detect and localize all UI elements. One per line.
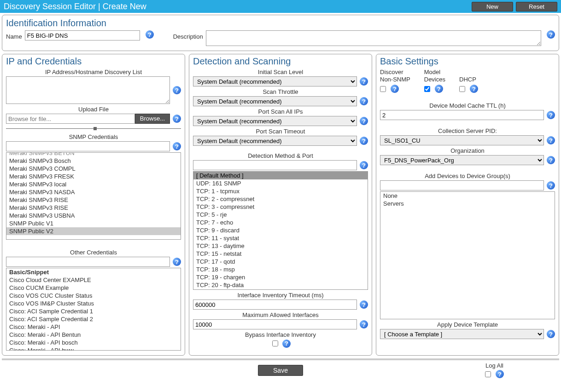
description-input[interactable] — [206, 30, 541, 46]
detection-method-filter[interactable] — [193, 160, 357, 170]
other-credentials-list[interactable]: Basic/SnippetCisco Cloud Center EXAMPLEC… — [6, 268, 181, 351]
help-icon[interactable]: ? — [360, 300, 368, 309]
list-item[interactable]: TCP: 15 - netstat — [193, 250, 368, 258]
bypass-label: Bypass Interface Inventory — [193, 331, 368, 338]
list-item[interactable]: Cisco Cloud Center EXAMPLE — [6, 276, 181, 284]
list-item[interactable]: Cisco: Meraki - API bww — [6, 346, 181, 351]
scan-throttle-select[interactable]: System Default (recommended) — [193, 96, 357, 106]
help-icon[interactable]: ? — [496, 370, 504, 378]
list-item[interactable]: None — [380, 192, 555, 200]
other-filter-input[interactable] — [6, 257, 170, 267]
reset-button[interactable]: Reset — [516, 2, 557, 12]
discover-nonsnmp-checkbox[interactable] — [380, 86, 386, 92]
help-icon[interactable]: ? — [360, 320, 368, 329]
list-item[interactable]: TCP: 17 - qotd — [193, 258, 368, 265]
ip-list-input[interactable] — [6, 76, 170, 104]
help-icon[interactable]: ? — [435, 85, 443, 93]
snmp-filter-input[interactable] — [6, 141, 170, 151]
port-scan-all-label: Port Scan All IPs — [193, 108, 368, 115]
browse-button[interactable]: Browse... — [135, 114, 170, 124]
file-path-input[interactable] — [6, 114, 135, 124]
list-item[interactable]: Meraki SNMPv3 RISE — [6, 196, 181, 204]
list-item[interactable]: Meraki SNMPv3 Bosch — [6, 157, 181, 165]
dhcp-checkbox[interactable] — [459, 86, 465, 92]
snmp-credentials-list[interactable]: Meraki SNMPv3 BETUNMeraki SNMPv3 BoschMe… — [6, 152, 181, 240]
help-icon[interactable]: ? — [173, 115, 181, 123]
list-item[interactable]: SNMP Public V1 — [6, 219, 181, 227]
list-item[interactable]: Cisco: ACI Sample Credential 1 — [6, 307, 181, 315]
identification-panel: Identification Information Name ? Descri… — [2, 15, 559, 51]
help-icon[interactable]: ? — [547, 330, 555, 338]
help-icon[interactable]: ? — [547, 136, 555, 144]
device-groups-label: Add Devices to Device Group(s) — [380, 173, 555, 179]
list-item[interactable]: Cisco CUCM Example — [6, 284, 181, 292]
help-icon[interactable]: ? — [470, 85, 478, 93]
list-item[interactable]: Meraki SNMPv3 RISE — [6, 204, 181, 212]
bypass-checkbox[interactable] — [272, 340, 278, 346]
port-scan-all-select[interactable]: System Default (recommended) — [193, 116, 357, 126]
list-item[interactable]: UDP: 161 SNMP — [193, 179, 368, 187]
list-item[interactable]: TCP: 3 - compressnet — [193, 203, 368, 211]
list-item[interactable]: TCP: 13 - daytime — [193, 242, 368, 250]
list-item[interactable]: TCP: 18 - msp — [193, 265, 368, 273]
list-item[interactable]: Meraki SNMPv3 BETUN — [6, 152, 181, 157]
help-icon[interactable]: ? — [547, 181, 555, 190]
list-item[interactable]: Meraki SNMPv3 USBNA — [6, 212, 181, 219]
device-template-label: Apply Device Template — [380, 321, 555, 328]
new-button[interactable]: New — [472, 2, 513, 12]
iface-timeout-input[interactable] — [193, 300, 357, 310]
list-item[interactable]: Meraki SNMPv3 local — [6, 180, 181, 188]
help-icon[interactable]: ? — [360, 117, 368, 125]
device-groups-filter[interactable] — [380, 180, 544, 190]
list-item[interactable]: [ Default Method ] — [193, 172, 368, 179]
list-item[interactable]: Cisco: Meraki - API Bentun — [6, 331, 181, 339]
help-icon[interactable]: ? — [360, 161, 368, 169]
list-item[interactable]: TCP: 11 - systat — [193, 234, 368, 242]
list-item[interactable]: Meraki SNMPv3 COMPL — [6, 165, 181, 173]
help-icon[interactable]: ? — [360, 77, 368, 86]
list-item[interactable]: SNMP Public V2 — [6, 227, 181, 235]
list-item[interactable]: Servers — [380, 200, 555, 208]
list-item[interactable]: TCP: 19 - chargen — [193, 273, 368, 281]
log-all-checkbox[interactable] — [485, 371, 491, 377]
collection-pid-select[interactable]: SL_ISO1_CU — [380, 135, 544, 145]
list-item[interactable]: TCP: 9 - discard — [193, 226, 368, 234]
list-item[interactable]: TCP: 2 - compressnet — [193, 195, 368, 203]
help-icon[interactable]: ? — [173, 86, 181, 94]
port-scan-timeout-select[interactable]: System Default (recommended) — [193, 136, 357, 146]
list-item[interactable]: TCP: 7 - echo — [193, 219, 368, 226]
save-button[interactable]: Save — [258, 365, 303, 376]
scan-level-select[interactable]: System Default (recommended) — [193, 76, 357, 86]
max-iface-input[interactable] — [193, 319, 357, 329]
identification-heading: Identification Information — [6, 18, 555, 29]
list-item[interactable]: TCP: 1 - tcpmux — [193, 187, 368, 195]
help-icon[interactable]: ? — [173, 142, 181, 150]
log-all-label: Log All — [485, 362, 504, 369]
list-item[interactable]: Meraki SNMPv3 FRESK — [6, 173, 181, 180]
help-icon[interactable]: ? — [173, 258, 181, 266]
list-item[interactable]: Cisco: Meraki - API — [6, 323, 181, 331]
device-groups-list[interactable]: NoneServers — [380, 191, 555, 319]
organization-select[interactable]: F5_DNS_PowerPack_Org — [380, 155, 544, 165]
help-icon[interactable]: ? — [282, 340, 291, 348]
list-item[interactable]: Cisco VOS CUC Cluster Status — [6, 292, 181, 300]
help-icon[interactable]: ? — [547, 156, 555, 164]
help-icon[interactable]: ? — [360, 97, 368, 105]
help-icon[interactable]: ? — [547, 30, 555, 39]
help-icon[interactable]: ? — [547, 111, 555, 119]
list-item[interactable]: Cisco: ACI Sample Credential 2 — [6, 315, 181, 323]
list-item[interactable]: TCP: 20 - ftp-data — [193, 281, 368, 289]
help-icon[interactable]: ? — [146, 30, 154, 39]
list-item[interactable]: TCP: 5 - rje — [193, 211, 368, 219]
cache-ttl-input[interactable] — [380, 110, 544, 120]
name-input[interactable] — [25, 30, 140, 40]
organization-label: Organization — [380, 147, 555, 154]
device-template-select[interactable]: [ Choose a Template ] — [380, 329, 544, 339]
help-icon[interactable]: ? — [360, 137, 368, 145]
list-item[interactable]: Cisco: Meraki - API bosch — [6, 339, 181, 346]
detection-method-list[interactable]: [ Default Method ]UDP: 161 SNMPTCP: 1 - … — [193, 171, 368, 290]
model-devices-checkbox[interactable] — [424, 86, 430, 92]
help-icon[interactable]: ? — [391, 85, 399, 93]
list-item[interactable]: Meraki SNMPv3 NASDA — [6, 188, 181, 196]
list-item[interactable]: Cisco VOS IM&P Cluster Status — [6, 300, 181, 307]
